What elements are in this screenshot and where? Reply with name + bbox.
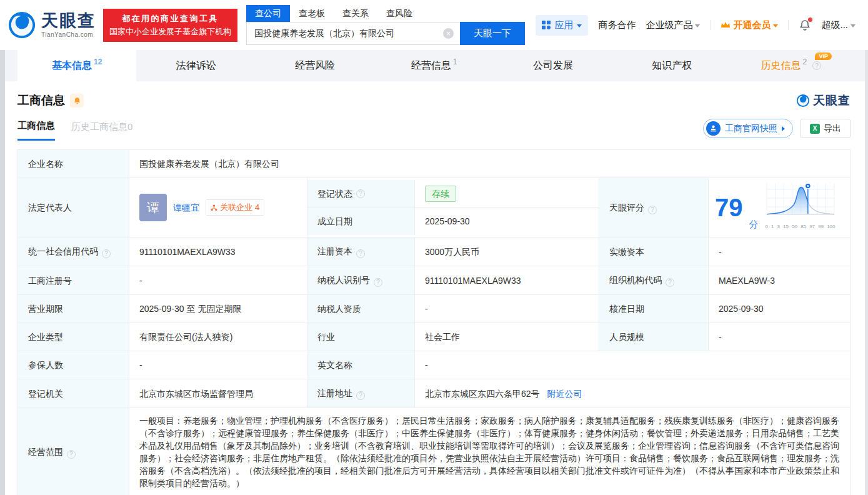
help-icon[interactable] [102,249,111,258]
industry-value: 社会工作 [415,323,599,351]
vip-label: 开通会员 [733,19,771,31]
related-count: 4 [255,201,259,214]
help-icon[interactable] [356,249,365,258]
help-icon[interactable] [374,278,382,287]
app-grid-icon [542,21,551,29]
reg-no-value: - [129,266,307,295]
search-tab-company[interactable]: 查公司 [246,5,290,22]
score-distribution-chart: 01 315 5085 9799 100 [765,182,836,233]
industry-label: 行业 [307,323,415,351]
help-icon[interactable] [666,278,674,287]
org-code-label: 组织机构代码 [599,266,709,295]
table-row: 企业名称 国投健康养老发展（北京）有限公司 [18,150,851,178]
watermark-text: 天眼查 [813,92,851,109]
status-badge: 存续 [425,186,456,202]
excel-icon [810,124,820,134]
nearby-companies-link[interactable]: 附近公司 [547,389,582,399]
menu-enterprise[interactable]: 企业级产品 [646,19,700,31]
table-row: 企业类型 有限责任公司(法人独资) 行业 社会工作 人员规模 - [18,323,851,351]
promo-badge: 都在用的商业查询工具 国家中小企业发展子基金旗下机构 [103,9,237,42]
avatar[interactable]: 谭 [139,194,167,221]
search-tab-boss[interactable]: 查老板 [290,5,334,22]
help-icon[interactable] [648,206,657,214]
top-menu: 应用 商务合作 企业级产品 开通会员 [536,15,856,36]
reg-capital-label: 注册资本 [307,238,415,266]
tax-quality-label: 纳税人资质 [307,295,415,323]
chevron-down-icon [851,24,856,28]
term-value: 2025-09-30 至 无固定期限 [129,295,307,323]
top-header: 天眼查 TianYanCha.com 都在用的商业查询工具 国家中小企业发展子基… [0,0,868,50]
score-label: 天眼评分 [599,178,709,238]
reg-status-label: 登记状态 [307,180,415,208]
tab-history-info[interactable]: VIP 历史信息 2 [732,50,851,81]
crown-icon [721,21,731,29]
credit-code-value: 91110101MAEXLA9W33 [129,238,307,266]
tab-label: 基本信息 [52,59,92,72]
tab-basic-info[interactable]: 基本信息 12 [17,50,136,81]
establish-date-label: 成立日期 [307,208,415,235]
detail-nav: 基本信息 12 法律诉讼 经营风险 经营信息 1 公司发展 知识产权 VIP 历… [0,50,868,81]
section-title: 工商信息 [17,92,65,109]
credit-code-label: 统一社会信用代码 [18,238,129,266]
official-snapshot-button[interactable]: 工商官网快照 [703,119,793,138]
reg-authority-value: 北京市东城区市场监督管理局 [129,379,307,408]
tab-legal-proceedings[interactable]: 法律诉讼 [136,50,255,81]
org-code-value: MAEXLA9W-3 [709,266,851,295]
related-company-badge[interactable]: 关联企业 4 [206,199,264,216]
table-row: 营业期限 2025-09-30 至 无固定期限 纳税人资质 - 核准日期 202… [18,295,851,323]
help-icon[interactable] [812,61,821,70]
help-icon[interactable] [67,450,76,459]
divider [710,20,711,30]
help-icon[interactable] [356,189,365,198]
subtab-business-registration[interactable]: 工商信息 [17,120,55,141]
business-scope-value: 一般项目：养老服务；物业管理；护理机构服务（不含医疗服务）；居民日常生活服务；家… [129,408,851,495]
super-label: 超级... [821,19,848,31]
reg-capital-value: 3000万人民币 [415,238,599,266]
clear-icon[interactable]: × [443,28,454,39]
subscribe-bell-icon[interactable] [70,94,84,108]
reg-address-label: 注册地址 [307,379,415,408]
search-tab-risk[interactable]: 查风险 [377,5,421,22]
search-tabs: 查公司 查老板 查关系 查风险 [246,5,525,22]
tab-operating-risk[interactable]: 经营风险 [256,50,374,81]
reg-no-label: 工商注册号 [18,266,129,295]
tab-intellectual-property[interactable]: 知识产权 [612,50,731,81]
legal-rep-name-link[interactable]: 谭疆宜 [173,201,199,214]
table-row: 统一社会信用代码 91110101MAEXLA9W33 注册资本 3000万人民… [18,238,851,266]
help-icon[interactable] [356,391,365,400]
menu-cooperation[interactable]: 商务合作 [598,19,636,31]
tab-business-info[interactable]: 经营信息 1 [374,50,493,81]
divider [788,20,789,30]
table-row: 法定代表人 谭 谭疆宜 关联企业 4 [18,178,851,238]
tab-label: 历史信息 [761,59,801,72]
apps-menu[interactable]: 应用 [536,15,588,36]
search-tab-relation[interactable]: 查关系 [334,5,377,22]
tab-label: 知识产权 [652,59,692,72]
chevron-down-icon [695,24,700,28]
tab-company-development[interactable]: 公司发展 [494,50,612,81]
export-label: 导出 [824,123,841,134]
menu-super-vip[interactable]: 超级... [821,19,856,31]
search-button[interactable]: 天眼一下 [460,22,525,45]
notification-bell-icon[interactable] [799,19,811,31]
related-label: 关联企业 [220,201,252,214]
search-area: 查公司 查老板 查关系 查风险 × 天眼一下 [246,5,525,45]
company-name-label: 企业名称 [18,150,129,178]
reg-authority-label: 登记机关 [18,379,129,408]
export-button[interactable]: 导出 [801,119,851,138]
snapshot-label: 工商官网快照 [725,123,777,134]
company-name-value: 国投健康养老发展（北京）有限公司 [129,150,851,178]
company-type-label: 企业类型 [18,323,129,351]
tax-quality-value: - [415,295,599,323]
paid-capital-value: - [709,238,851,266]
search-input[interactable] [246,22,460,45]
subtab-history-registration[interactable]: 历史工商信息0 [71,121,132,140]
tab-label: 经营信息 [411,59,451,72]
notification-dot [808,18,812,22]
tab-label: 法律诉讼 [176,59,216,72]
menu-vip[interactable]: 开通会员 [721,19,778,31]
tianyancha-logo[interactable]: 天眼查 TianYanCha.com [7,11,96,39]
left-edge-strip [0,50,5,495]
table-row: 登记机关 北京市东城区市场监督管理局 注册地址 北京市东城区东四六条甲62号 附… [18,379,851,408]
legal-rep-label: 法定代表人 [18,178,129,238]
